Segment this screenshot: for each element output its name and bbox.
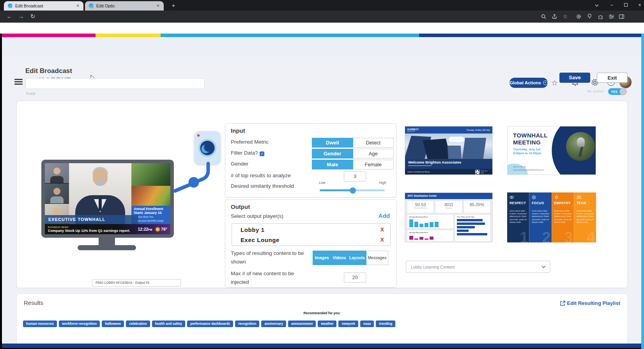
slider-thumb[interactable] (350, 187, 356, 194)
edit-resulting-playlist-link[interactable]: Edit Resulting Playlist (560, 300, 620, 306)
tag-pill[interactable]: recognition (235, 321, 259, 327)
tag-pill[interactable]: nasa (360, 321, 374, 327)
forward-icon[interactable]: → (17, 13, 25, 20)
filter-data-checkbox[interactable]: ✓ (260, 151, 264, 156)
browser-toolbar: ← → ↻ voyager.korbyt.com/ml_broadcast/1/… (0, 11, 644, 23)
content-types-segment: Images Videos Layouts Messages (313, 251, 388, 265)
tag-pill[interactable]: halloween (102, 321, 124, 327)
top-results-input[interactable]: 3 (344, 171, 366, 182)
chart-bar (414, 222, 418, 227)
lightbulb-icon[interactable] (586, 12, 593, 20)
monitor-illustration: Annual Enrollment Starts January 10. Be … (41, 160, 174, 238)
yes-toggle[interactable]: YES (608, 88, 626, 95)
tag-pill[interactable]: performance dashboards (187, 321, 233, 327)
tag-pill[interactable]: workforce recognition (59, 321, 100, 327)
korbyt-favicon-icon (8, 4, 12, 8)
tag-pill-row: human resourcesworkforce recognitionhall… (23, 321, 395, 327)
similarity-slider[interactable] (320, 189, 385, 191)
favorites-star-icon[interactable]: ☆ (551, 78, 560, 87)
tab-title: Edit Broadcast (15, 4, 75, 8)
bookmark-star-icon[interactable]: ☆ (561, 12, 569, 20)
tag-pill[interactable]: human resources (23, 321, 57, 327)
detect-option[interactable]: Detect (353, 138, 394, 148)
korbyt-favicon-icon (89, 4, 94, 8)
window-minimize-icon[interactable]: − (607, 2, 617, 9)
slider-low-label: Low (319, 181, 326, 185)
results-title: Results (24, 299, 43, 306)
tab-search-chevron-icon[interactable] (592, 2, 602, 9)
content-thumb-dashboard[interactable]: NYC Distribution Center 50.53Receiving E… (405, 192, 493, 242)
tag-pill[interactable]: anniversary (261, 321, 286, 327)
hamburger-menu-icon[interactable] (14, 79, 23, 85)
tag-pill[interactable]: weather (318, 321, 336, 327)
monitor-screen: Annual Enrollment Starts January 10. Be … (45, 163, 170, 234)
playlist-select[interactable]: Lobby Learning Content (406, 261, 550, 273)
chart-bar (419, 237, 423, 240)
output-player-row: Lobby 1X (232, 225, 390, 235)
age-option[interactable]: Age (353, 149, 394, 158)
tag-pill[interactable]: newyork (338, 321, 358, 327)
content-thumb-townhall[interactable]: TOWNHALL MEETING Thursday, July 1st 8:00… (507, 126, 596, 175)
value-card-focus: FOCUS Lorem ipsum dolor sit amet, consec… (529, 192, 551, 242)
tab-close-icon[interactable]: × (75, 3, 80, 9)
rings-icon (510, 195, 514, 199)
tag-pill[interactable]: trending (376, 321, 395, 327)
chart-bar (430, 237, 433, 240)
extensions-puzzle-icon[interactable] (596, 12, 604, 20)
output-panel-title: Output (231, 203, 250, 210)
filter-segment: Gender Age (312, 149, 394, 158)
layouts-option[interactable]: Layouts (348, 251, 366, 265)
tag-pill[interactable]: annoucement (288, 321, 316, 327)
gender-option[interactable]: Gender (312, 149, 353, 158)
skyline-photo (405, 134, 492, 159)
value-card-empathy: EMPATHY Lorem ipsum dolor sit amet, cons… (552, 192, 574, 242)
tab-edit-broadcast[interactable]: Edit Broadcast × (4, 1, 83, 11)
chart-bar (425, 223, 428, 227)
content-types-label: Types of resulting content to be shown (231, 249, 309, 267)
female-option[interactable]: Female (353, 160, 394, 169)
content-thumb-values[interactable]: RESPECT Lorem ipsum dolor sit amet, cons… (507, 192, 596, 242)
window-close-icon[interactable]: × (635, 2, 644, 9)
new-tab-icon[interactable]: + (170, 2, 177, 9)
share-icon[interactable] (550, 12, 558, 20)
search-icon[interactable] (540, 12, 547, 20)
save-button[interactable]: Save (559, 73, 590, 83)
page-scrollbar[interactable] (641, 34, 644, 349)
back-icon[interactable]: ← (5, 13, 13, 20)
exit-button[interactable]: Exit (597, 73, 628, 83)
tag-pill[interactable]: health and safety (152, 321, 185, 327)
remove-player-icon[interactable]: X (380, 226, 384, 233)
output-players-list[interactable]: Lobby 1XExec LoungeX (232, 223, 391, 246)
tab-edit-optic[interactable]: Edit Optic × (85, 1, 164, 11)
remove-player-icon[interactable]: X (380, 237, 384, 243)
player-output-caption: RMG-LOBBY-6FC839A9 - Output #1 (92, 279, 181, 287)
tag-pill[interactable]: celebration (126, 321, 150, 327)
reload-icon[interactable]: ↻ (29, 13, 37, 20)
max-content-input[interactable]: 20 (344, 272, 366, 283)
male-option[interactable]: Male (312, 160, 353, 169)
target-icon (532, 195, 536, 199)
chart-bar (409, 219, 413, 227)
broadcast-name-input[interactable] (25, 78, 205, 89)
dwell-option[interactable]: Dwell (312, 138, 353, 148)
workout-photo (131, 163, 170, 186)
food-photo (131, 186, 170, 206)
toggle-knob[interactable] (619, 88, 627, 95)
gender-label: Gender (231, 161, 248, 167)
global-actions-button[interactable]: Global Actions + (510, 78, 548, 88)
videos-option[interactable]: Videos (331, 251, 348, 265)
add-player-link[interactable]: Add (379, 212, 390, 219)
extension-gear-icon[interactable] (575, 12, 582, 20)
side-panel-icon[interactable] (617, 12, 625, 20)
app-window: Edit Broadcast × Edit Optic × + − × ← → … (0, 0, 644, 349)
preferred-metric-label: Preferred Metric (231, 139, 269, 145)
content-thumb-welcome[interactable]: KORBYTAnywhere Thursday, 19 May | 08:17a… (405, 126, 493, 175)
qr-code (475, 170, 479, 174)
images-option[interactable]: Images (313, 251, 331, 265)
recording-dot (197, 134, 200, 137)
window-maximize-icon[interactable] (621, 2, 631, 9)
tab-close-icon[interactable]: × (156, 3, 161, 9)
messages-option[interactable]: Messages (366, 251, 388, 265)
sun-icon (156, 228, 159, 231)
tune-icon[interactable] (607, 12, 615, 20)
